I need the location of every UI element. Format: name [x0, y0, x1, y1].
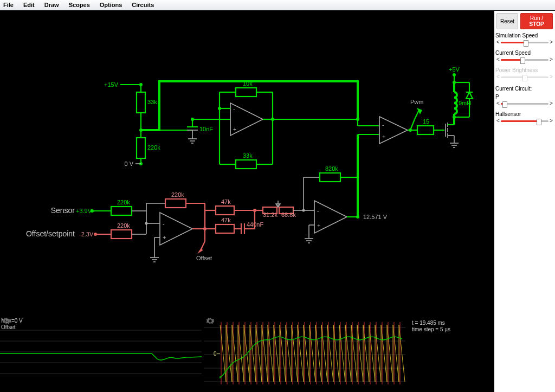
svg-rect-64 [165, 199, 186, 208]
label-pwm: Pwm [410, 99, 423, 105]
label-r220k: 220k [147, 144, 160, 151]
label-r47k-b: 47k [221, 217, 231, 223]
label-r688: 68.8k [281, 211, 296, 218]
label-offset-probe: Offset [196, 255, 212, 261]
svg-line-114 [410, 119, 415, 130]
current-circuit-label: Current Circuit: [494, 85, 555, 94]
label-r220k-s: 220k [117, 199, 130, 205]
svg-marker-140 [466, 92, 473, 99]
svg-rect-44 [111, 207, 132, 215]
svg-marker-71 [197, 247, 203, 254]
svg-text:-: - [233, 106, 235, 112]
svg-text:-: - [317, 208, 319, 214]
reset-button[interactable]: Reset [496, 13, 518, 29]
slider-hallsensor[interactable]: Hallsensor < > [494, 111, 555, 128]
svg-text:+: + [317, 222, 320, 229]
label-offset: Offset/setpoint [26, 229, 75, 238]
slider-current-speed[interactable]: Current Speed < > [494, 50, 555, 67]
menu-file[interactable]: File [3, 2, 14, 8]
menu-scopes[interactable]: Scopes [69, 2, 90, 8]
label-r10k: 10k [243, 80, 253, 87]
scopes-area: Max=0 V Offset 0 t = [0, 317, 494, 392]
menu-draw[interactable]: Draw [44, 2, 59, 8]
svg-text:+: + [382, 133, 385, 140]
svg-rect-77 [216, 224, 234, 233]
svg-rect-74 [216, 206, 234, 215]
label-r33k-b: 33k [243, 152, 253, 159]
gear-icon[interactable] [206, 317, 215, 325]
scope-timestep: time step = 5 µs [412, 326, 450, 332]
svg-rect-102 [320, 173, 340, 182]
label-plus5: +5V [449, 66, 460, 73]
slider-p[interactable]: P < > [494, 94, 555, 111]
circuit-canvas[interactable]: .wg { stroke:#00e000; stroke-width:2.2; … [0, 11, 494, 317]
svg-text:+: + [163, 234, 166, 241]
label-r15: 15 [423, 118, 429, 125]
label-r220k-o: 220k [117, 222, 130, 229]
label-zero-v: 0 V [124, 160, 133, 167]
label-c10n: 10nF [199, 126, 213, 132]
svg-line-115 [415, 110, 419, 119]
label-plus15: +15V [104, 81, 119, 88]
svg-rect-35 [236, 160, 256, 169]
svg-rect-7 [137, 138, 145, 158]
gear-icon[interactable] [2, 317, 11, 325]
menu-edit[interactable]: Edit [23, 2, 35, 8]
svg-rect-3 [137, 92, 145, 113]
scope-time: t = 19.485 ms [412, 320, 445, 326]
slider-sim-speed[interactable]: Simulation Speed < > [494, 33, 555, 50]
label-r33k: 33k [147, 99, 157, 105]
svg-text:0: 0 [214, 351, 217, 357]
menu-bar: File Edit Draw Scopes Options Circuits [0, 0, 555, 10]
svg-rect-49 [111, 230, 132, 239]
svg-rect-118 [417, 126, 434, 134]
svg-text:-: - [382, 121, 384, 128]
scope-2[interactable]: 0 [204, 317, 405, 392]
sidebar: Reset Run / STOP Simulation Speed < > Cu… [494, 11, 555, 392]
label-sensor: Sensor [51, 206, 75, 215]
svg-rect-28 [236, 88, 256, 97]
scope-1[interactable]: Max=0 V Offset [0, 317, 202, 392]
label-sensor-v: +3.9V [76, 208, 92, 214]
label-r47k-a: 47k [221, 198, 231, 205]
menu-options[interactable]: Options [100, 2, 122, 8]
slider-power-brightness: Power Brightness < > [494, 67, 555, 85]
run-stop-button[interactable]: Run / STOP [520, 13, 553, 29]
menu-circuits[interactable]: Circuits [132, 2, 154, 8]
label-r220k-fb: 220k [171, 191, 184, 198]
label-offset-v: -2.3V [79, 231, 94, 237]
svg-text:-: - [163, 221, 165, 227]
label-r312: 31.2k [263, 211, 278, 218]
svg-text:+: + [233, 126, 236, 132]
label-vout: 12.571 V [363, 214, 388, 220]
label-r820k: 820k [325, 165, 338, 172]
